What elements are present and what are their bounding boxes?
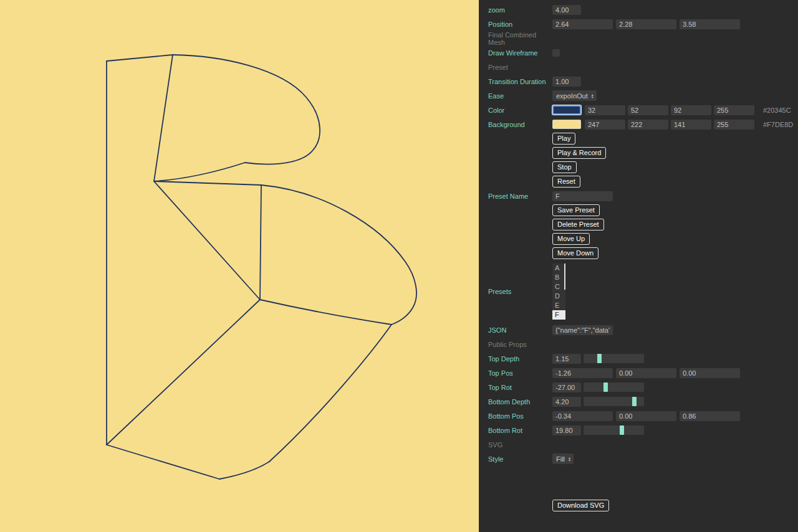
background-g-input[interactable] xyxy=(628,120,668,130)
background-b-input[interactable] xyxy=(671,120,711,130)
transition-duration-row: Transition Duration xyxy=(479,74,798,88)
move-down-row: Move Down xyxy=(479,246,798,260)
zoom-input[interactable] xyxy=(552,5,581,15)
save-preset-button[interactable]: Save Preset xyxy=(552,204,600,216)
style-select[interactable]: Fill ▲▼ xyxy=(552,454,574,464)
play-row: Play xyxy=(479,131,798,146)
move-up-row: Move Up xyxy=(479,232,798,246)
move-down-button[interactable]: Move Down xyxy=(552,247,598,259)
color-r-input[interactable] xyxy=(585,105,625,115)
control-panel: zoom Position Final Combined Mesh Draw W… xyxy=(479,0,798,532)
draw-wireframe-checkbox[interactable] xyxy=(552,49,560,57)
preset-item-f-selected[interactable]: F xyxy=(552,310,565,320)
background-a-input[interactable] xyxy=(714,120,754,130)
updown-arrows-icon: ▲▼ xyxy=(568,457,571,462)
download-svg-row: Download SVG xyxy=(479,498,798,513)
bottom-rot-input[interactable] xyxy=(552,425,581,435)
presets-row: Presets A B C D E F AB xyxy=(479,260,798,323)
wireframe-bottom-lobe-front-arc xyxy=(260,300,392,325)
position-label: Position xyxy=(488,21,552,28)
preset-item-c[interactable]: C xyxy=(552,282,565,292)
style-label: Style xyxy=(488,455,552,463)
ease-row: Ease expoInOut ▲▼ xyxy=(479,88,798,103)
delete-preset-row: Delete Preset xyxy=(479,217,798,232)
preset-section-row: Preset xyxy=(479,60,798,74)
top-depth-slider[interactable] xyxy=(584,354,644,363)
bottom-pos-z-input[interactable] xyxy=(680,411,740,421)
svg-section-row: SVG xyxy=(479,437,798,452)
wireframe-waist-line xyxy=(154,181,261,185)
bottom-depth-row: Bottom Depth xyxy=(479,394,798,409)
viewport-canvas[interactable] xyxy=(0,0,479,532)
top-pos-x-input[interactable] xyxy=(552,368,613,378)
style-row: Style Fill ▲▼ xyxy=(479,452,798,466)
final-combined-mesh-row: Final Combined Mesh xyxy=(479,31,798,45)
presets-label: Presets xyxy=(488,288,552,295)
top-rot-slider-handle[interactable] xyxy=(603,382,608,392)
wireframe-bottom-lobe-silhouette xyxy=(269,325,392,462)
position-z-input[interactable] xyxy=(680,19,740,29)
wireframe-bottom-corner-curve xyxy=(219,462,269,479)
color-row: Color #20345C xyxy=(479,103,798,117)
position-x-input[interactable] xyxy=(552,19,613,29)
background-hex-value: #F7DE8D xyxy=(763,121,793,128)
wireframe-top-edge xyxy=(107,55,173,61)
background-label: Background xyxy=(488,121,552,128)
top-pos-y-input[interactable] xyxy=(616,368,676,378)
bottom-pos-y-input[interactable] xyxy=(616,411,676,421)
stop-button[interactable]: Stop xyxy=(552,161,577,173)
bottom-depth-slider-handle[interactable] xyxy=(632,397,637,406)
position-y-input[interactable] xyxy=(616,19,676,29)
top-rot-slider[interactable] xyxy=(584,382,644,392)
preset-item-a[interactable]: A xyxy=(552,264,565,273)
top-depth-input[interactable] xyxy=(552,354,581,364)
delete-preset-button[interactable]: Delete Preset xyxy=(552,219,604,230)
play-button[interactable]: Play xyxy=(552,133,575,145)
reset-button[interactable]: Reset xyxy=(552,176,580,188)
play-record-button[interactable]: Play & Record xyxy=(552,147,606,159)
color-g-input[interactable] xyxy=(628,105,668,115)
background-swatch[interactable] xyxy=(552,120,581,129)
transition-duration-input[interactable] xyxy=(552,77,581,87)
reset-row: Reset xyxy=(479,174,798,189)
background-r-input[interactable] xyxy=(585,120,625,130)
updown-arrows-icon: ▲▼ xyxy=(591,93,594,98)
color-a-input[interactable] xyxy=(714,105,754,115)
json-input[interactable] xyxy=(552,325,613,335)
ease-select[interactable]: expoInOut ▲▼ xyxy=(552,90,597,101)
top-pos-label: Top Pos xyxy=(488,369,552,377)
bottom-pos-x-input[interactable] xyxy=(552,411,613,421)
move-up-button[interactable]: Move Up xyxy=(552,233,590,245)
bottom-rot-slider[interactable] xyxy=(584,425,644,435)
presets-listbox[interactable]: A B C D E F AB xyxy=(552,264,565,320)
top-pos-z-input[interactable] xyxy=(680,368,740,378)
preset-name-input[interactable] xyxy=(552,191,613,201)
top-pos-row: Top Pos xyxy=(479,366,798,380)
preset-section-label: Preset xyxy=(488,64,552,71)
bottom-rot-label: Bottom Rot xyxy=(488,427,552,434)
preset-item-b[interactable]: B xyxy=(552,273,565,282)
draw-wireframe-label: Draw Wireframe xyxy=(488,49,552,57)
bottom-depth-label: Bottom Depth xyxy=(488,398,552,406)
wireframe-bottom-edge xyxy=(107,445,219,479)
top-rot-label: Top Rot xyxy=(488,384,552,391)
preset-item-e[interactable]: E xyxy=(552,301,565,310)
play-record-row: Play & Record xyxy=(479,146,798,160)
color-swatch[interactable] xyxy=(552,105,581,115)
bottom-rot-slider-handle[interactable] xyxy=(620,425,624,435)
top-rot-input[interactable] xyxy=(552,382,581,392)
preset-item-d[interactable]: D xyxy=(552,292,565,301)
color-b-input[interactable] xyxy=(671,105,711,115)
bottom-depth-slider[interactable] xyxy=(584,397,644,406)
final-combined-mesh-section-label: Final Combined Mesh xyxy=(488,31,552,46)
color-label: Color xyxy=(488,107,552,114)
wireframe-top-lobe-return xyxy=(154,163,245,181)
download-svg-button[interactable]: Download SVG xyxy=(552,500,609,511)
wireframe-top-lobe xyxy=(173,55,320,164)
wireframe-lower-diagonal xyxy=(107,300,260,445)
presets-scrollbar[interactable] xyxy=(564,264,565,290)
bottom-depth-input[interactable] xyxy=(552,397,581,407)
top-depth-slider-handle[interactable] xyxy=(597,354,602,363)
bottom-pos-row: Bottom Pos xyxy=(479,409,798,423)
ease-label: Ease xyxy=(488,92,552,100)
